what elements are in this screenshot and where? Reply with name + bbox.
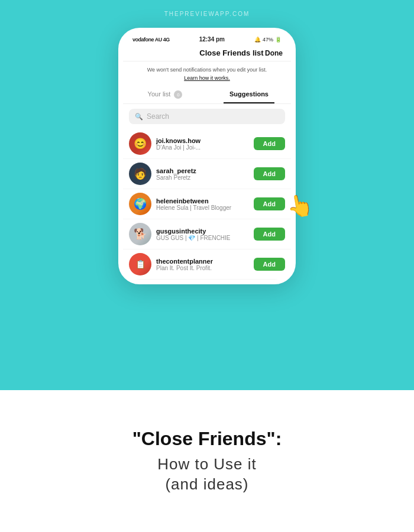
displayname-2: Sarah Peretz (156, 174, 249, 181)
username-2: sarah_peretz (156, 167, 249, 174)
friend-row-2: 🧑 sarah_peretz Sarah Peretz Add (123, 159, 291, 189)
phone-frame: vodafone AU 4G 12:34 pm 🔔 47% 🔋 Close Fr… (118, 28, 296, 284)
friend-info-4: gusgusinthecity GUS GUS | 💎 | FRENCHIE (156, 228, 249, 241)
displayname-4: GUS GUS | 💎 | FRENCHIE (156, 235, 249, 241)
battery-status: 🔔 47% 🔋 (254, 37, 282, 43)
add-button-4[interactable]: Add (254, 228, 285, 241)
displayname-3: Helene Sula | Travel Blogger (156, 205, 249, 211)
done-button[interactable]: Done (265, 49, 283, 57)
displayname-5: Plan It. Post It. Profit. (156, 265, 249, 271)
close-friends-title: Close Friends list (198, 48, 265, 57)
phone-mockup: vodafone AU 4G 12:34 pm 🔔 47% 🔋 Close Fr… (118, 28, 296, 284)
bottom-section: "Close Friends": How to Use it(and ideas… (0, 390, 414, 532)
avatar-5: 📋 (129, 253, 151, 275)
battery-icon: 🔋 (275, 37, 282, 43)
search-icon: 🔍 (135, 113, 143, 121)
teal-background: THEPREVIEWAPP.COM vodafone AU 4G 12:34 p… (0, 0, 414, 390)
friend-info-1: joi.knows.how D'Ana Joi | Joi-... (156, 137, 249, 151)
avatar-3: 🌍 (129, 193, 151, 215)
friend-row-3: 🌍 heleneinbetween Helene Sula | Travel B… (123, 189, 291, 219)
watermark-text: THEPREVIEWAPP.COM (164, 11, 250, 17)
tab-your-list-label: Your list (148, 90, 171, 98)
your-list-badge: 0 (174, 90, 182, 99)
avatar-2: 🧑 (129, 163, 151, 185)
avatar-1: 😊 (129, 132, 151, 155)
add-button-1[interactable]: Add (254, 137, 285, 150)
phone-screen: Close Friends list Done We won't send no… (123, 44, 291, 280)
add-button-2[interactable]: Add (254, 167, 285, 180)
notification-text: We won't send notifications when you edi… (123, 61, 291, 75)
hand-pointer-emoji: 👆 (285, 191, 316, 220)
username-1: joi.knows.how (156, 137, 249, 144)
username-5: thecontentplanner (156, 258, 249, 265)
username-3: heleneinbetween (156, 197, 249, 205)
add-button-3[interactable]: Add (254, 197, 285, 210)
alarm-icon: 🔔 (254, 37, 261, 43)
suggestions-list: 😊 joi.knows.how D'Ana Joi | Joi-... Add … (123, 129, 291, 280)
screen-header: Close Friends list Done (123, 44, 291, 61)
friend-info-2: sarah_peretz Sarah Peretz (156, 167, 249, 181)
tab-your-list[interactable]: Your list 0 (123, 86, 207, 104)
displayname-1: D'Ana Joi | Joi-... (156, 144, 249, 151)
time-text: 12:34 pm (199, 36, 225, 43)
tab-suggestions[interactable]: Suggestions (207, 86, 291, 104)
tab-suggestions-label: Suggestions (229, 90, 269, 98)
friend-row-1: 😊 joi.knows.how D'Ana Joi | Joi-... Add (123, 129, 291, 159)
sub-headline: How to Use it(and ideas) (157, 455, 257, 495)
username-4: gusgusinthecity (156, 228, 249, 235)
friend-row-5: 📋 thecontentplanner Plan It. Post It. Pr… (123, 249, 291, 280)
search-bar[interactable]: 🔍 Search (129, 109, 285, 124)
add-button-5[interactable]: Add (254, 258, 285, 271)
carrier-text: vodafone AU 4G (132, 37, 170, 43)
friend-info-3: heleneinbetween Helene Sula | Travel Blo… (156, 197, 249, 211)
tabs-container: Your list 0 Suggestions (123, 86, 291, 105)
battery-text: 47% (263, 37, 273, 43)
learn-link[interactable]: Learn how it works. (123, 75, 291, 86)
friend-info-5: thecontentplanner Plan It. Post It. Prof… (156, 258, 249, 271)
status-bar: vodafone AU 4G 12:34 pm 🔔 47% 🔋 (123, 33, 291, 44)
friend-row-4: 🐕 gusgusinthecity GUS GUS | 💎 | FRENCHIE… (123, 219, 291, 249)
search-placeholder-text: Search (147, 112, 169, 121)
avatar-4: 🐕 (129, 223, 151, 245)
main-headline: "Close Friends": (132, 427, 282, 450)
